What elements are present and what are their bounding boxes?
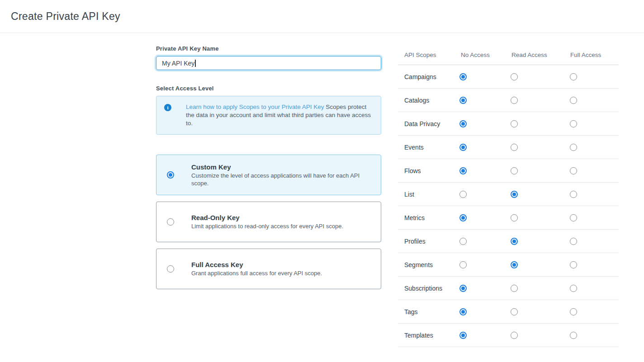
option-description: Customize the level of access applicatio… xyxy=(191,172,374,187)
scope-label: Profiles xyxy=(404,238,426,245)
scopes-table-body: CampaignsCatalogsData PrivacyEventsFlows… xyxy=(398,65,619,347)
option-text: Read-Only KeyLimit applications to read-… xyxy=(191,214,343,230)
tags-read-access-radio[interactable] xyxy=(511,308,518,315)
scope-row-profiles: Profiles xyxy=(398,230,619,253)
subscriptions-read-access-radio[interactable] xyxy=(511,285,518,292)
access-option-read-only-key[interactable]: Read-Only KeyLimit applications to read-… xyxy=(156,202,381,242)
subscriptions-full-access-radio[interactable] xyxy=(570,285,577,292)
data-privacy-no-access-radio[interactable] xyxy=(459,120,467,127)
key-form: Private API Key Name My API Key Select A… xyxy=(156,45,381,289)
list-read-access-radio[interactable] xyxy=(511,191,518,198)
page-title: Create Private API Key xyxy=(11,10,120,23)
data-privacy-full-access-radio[interactable] xyxy=(570,120,577,127)
data-privacy-read-access-radio[interactable] xyxy=(511,120,518,127)
access-option-custom-key[interactable]: Custom KeyCustomize the level of access … xyxy=(156,155,381,195)
metrics-read-access-radio[interactable] xyxy=(511,214,518,221)
segments-no-access-radio[interactable] xyxy=(459,261,467,268)
scope-row-subscriptions: Subscriptions xyxy=(398,277,619,300)
profiles-read-access-radio[interactable] xyxy=(511,238,518,245)
flows-full-access-radio[interactable] xyxy=(570,167,577,174)
scope-row-events: Events xyxy=(398,136,619,159)
scopes-info-banner: i Learn how to apply Scopes to your Priv… xyxy=(156,96,381,135)
events-read-access-radio[interactable] xyxy=(511,144,518,151)
flows-no-access-radio[interactable] xyxy=(459,167,467,174)
scope-label: Subscriptions xyxy=(404,285,442,292)
scope-row-catalogs: Catalogs xyxy=(398,89,619,112)
scope-label: Catalogs xyxy=(404,97,429,104)
templates-read-access-radio[interactable] xyxy=(511,332,518,339)
read-only-key-radio[interactable] xyxy=(167,218,174,226)
scopes-help-link[interactable]: Learn how to apply Scopes to your Privat… xyxy=(186,103,324,110)
segments-read-access-radio[interactable] xyxy=(511,261,518,268)
scope-row-segments: Segments xyxy=(398,253,619,277)
scope-label: Segments xyxy=(404,261,433,268)
scope-label: Metrics xyxy=(404,214,425,221)
subscriptions-no-access-radio[interactable] xyxy=(459,285,467,292)
catalogs-full-access-radio[interactable] xyxy=(570,97,577,104)
scope-label: Flows xyxy=(404,167,421,174)
scope-label: Templates xyxy=(404,332,433,339)
templates-full-access-radio[interactable] xyxy=(570,332,577,339)
column-header-api-scopes: API Scopes xyxy=(404,52,436,58)
scope-label: List xyxy=(404,191,414,198)
scope-label: Campaigns xyxy=(404,73,436,80)
scope-row-tags: Tags xyxy=(398,300,619,324)
column-header-no-access: No Access xyxy=(461,52,490,58)
catalogs-read-access-radio[interactable] xyxy=(511,97,518,104)
key-name-label: Private API Key Name xyxy=(156,45,381,52)
events-no-access-radio[interactable] xyxy=(459,144,467,151)
scope-label: Tags xyxy=(404,308,418,315)
info-text: Learn how to apply Scopes to your Privat… xyxy=(186,103,371,127)
key-name-input[interactable]: My API Key xyxy=(156,56,381,70)
access-option-full-access-key[interactable]: Full Access KeyGrant applications full a… xyxy=(156,249,381,289)
custom-key-radio[interactable] xyxy=(167,171,174,179)
scope-row-data-privacy: Data Privacy xyxy=(398,112,619,136)
segments-full-access-radio[interactable] xyxy=(570,261,577,268)
access-level-label: Select Access Level xyxy=(156,85,381,92)
tags-full-access-radio[interactable] xyxy=(570,308,577,315)
scope-row-list: List xyxy=(398,183,619,206)
profiles-no-access-radio[interactable] xyxy=(459,238,467,245)
scopes-table-header: API Scopes No Access Read Access Full Ac… xyxy=(398,47,619,65)
access-level-options: Custom KeyCustomize the level of access … xyxy=(156,155,381,289)
info-icon: i xyxy=(164,104,171,111)
key-name-value: My API Key xyxy=(162,60,194,67)
scope-label: Events xyxy=(404,144,424,151)
list-full-access-radio[interactable] xyxy=(570,191,577,198)
catalogs-no-access-radio[interactable] xyxy=(459,97,467,104)
scope-row-flows: Flows xyxy=(398,159,619,183)
column-header-full-access: Full Access xyxy=(570,52,601,58)
option-description: Grant applications full access for every… xyxy=(191,269,322,277)
tags-no-access-radio[interactable] xyxy=(459,308,467,315)
scope-row-templates: Templates xyxy=(398,324,619,347)
list-no-access-radio[interactable] xyxy=(459,191,467,198)
campaigns-read-access-radio[interactable] xyxy=(511,73,518,80)
text-caret xyxy=(195,60,196,67)
page-header: Create Private API Key xyxy=(0,0,644,33)
campaigns-no-access-radio[interactable] xyxy=(459,73,467,80)
scope-label: Data Privacy xyxy=(404,120,440,127)
scope-row-campaigns: Campaigns xyxy=(398,65,619,89)
option-text: Full Access KeyGrant applications full a… xyxy=(191,261,322,277)
templates-no-access-radio[interactable] xyxy=(459,332,467,339)
scopes-table: API Scopes No Access Read Access Full Ac… xyxy=(398,47,619,347)
scope-row-metrics: Metrics xyxy=(398,206,619,230)
metrics-full-access-radio[interactable] xyxy=(570,214,577,221)
option-title: Custom Key xyxy=(191,163,374,171)
campaigns-full-access-radio[interactable] xyxy=(570,73,577,80)
metrics-no-access-radio[interactable] xyxy=(459,214,467,221)
full-access-key-radio[interactable] xyxy=(167,265,174,273)
option-title: Full Access Key xyxy=(191,261,322,268)
events-full-access-radio[interactable] xyxy=(570,144,577,151)
option-text: Custom KeyCustomize the level of access … xyxy=(191,163,374,187)
option-title: Read-Only Key xyxy=(191,214,343,221)
profiles-full-access-radio[interactable] xyxy=(570,238,577,245)
column-header-read-access: Read Access xyxy=(511,52,547,58)
option-description: Limit applications to read-only access f… xyxy=(191,222,343,230)
flows-read-access-radio[interactable] xyxy=(511,167,518,174)
